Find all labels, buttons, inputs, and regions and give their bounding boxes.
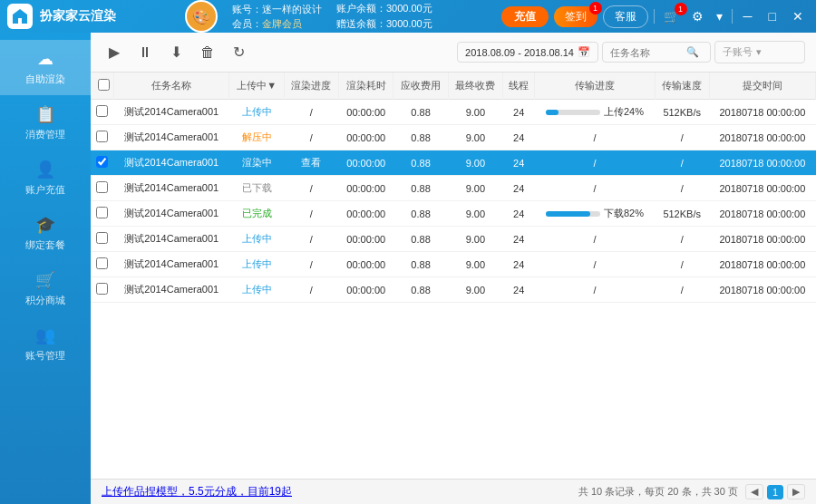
sidebar-item-shop[interactable]: 🛒 积分商城	[0, 261, 91, 316]
upload-progress-bar	[546, 110, 600, 115]
render-progress-cell: 查看	[284, 150, 338, 176]
current-page-button[interactable]: 1	[767, 485, 783, 499]
table-row[interactable]: 测试2014Camera001 渲染中 查看 00:00:00 0.88 9.0…	[91, 150, 816, 176]
upload-status-cell: 上传中	[229, 277, 284, 303]
prev-page-button[interactable]: ◀	[745, 484, 763, 499]
sidebar-item-account-mgmt[interactable]: 👥 账号管理	[0, 316, 91, 372]
render-progress-cell: /	[284, 176, 338, 201]
threads-cell: 24	[503, 252, 535, 277]
close-button[interactable]: ✕	[787, 7, 809, 25]
settings-icon[interactable]: ⚙	[688, 7, 707, 25]
row-checkbox[interactable]	[96, 156, 108, 168]
table-row[interactable]: 测试2014Camera001 上传中 / 00:00:00 0.88 9.00…	[91, 100, 816, 125]
threads-cell: 24	[503, 100, 535, 125]
app-logo	[7, 4, 33, 29]
delete-button[interactable]: 🗑	[193, 41, 222, 64]
select-all-checkbox[interactable]	[98, 79, 110, 91]
row-checkbox[interactable]	[96, 283, 108, 295]
pause-button[interactable]: ⏸	[131, 41, 160, 64]
next-page-button[interactable]: ▶	[787, 484, 805, 499]
maximize-button[interactable]: □	[763, 7, 782, 25]
col-transfer-speed: 传输速度	[655, 73, 709, 100]
final-fee-cell: 9.00	[448, 277, 502, 303]
table-row[interactable]: 测试2014Camera001 上传中 / 00:00:00 0.88 9.00…	[91, 277, 816, 303]
sub-account-select[interactable]: 子账号 ▾	[714, 41, 805, 63]
render-progress-value: /	[310, 107, 313, 118]
upload-status-cell: 上传中	[229, 100, 284, 125]
render-time-cell: 00:00:00	[339, 277, 393, 303]
download-button[interactable]: ⬇	[163, 40, 189, 64]
transfer-progress-cell: /	[535, 277, 655, 303]
fee-cell: 0.88	[393, 227, 448, 252]
avatar: 🎨	[185, 0, 218, 33]
recharge-button[interactable]: 充值	[501, 6, 549, 27]
promo-link[interactable]: 上传作品捏模型，5.5元分成，目前19起	[102, 485, 292, 498]
col-upload-status: 上传中▼	[229, 73, 284, 100]
username: 迷一样的设计	[262, 4, 322, 15]
chevron-down-icon[interactable]: ▾	[713, 7, 726, 25]
final-fee-cell: 9.00	[448, 125, 502, 150]
transfer-speed-cell: /	[655, 125, 709, 150]
cloud-icon: ☁	[37, 49, 53, 69]
render-time-cell: 00:00:00	[339, 252, 393, 277]
fee-cell: 0.88	[393, 176, 448, 201]
row-checkbox[interactable]	[96, 232, 108, 244]
sidebar-item-package[interactable]: 🎓 绑定套餐	[0, 206, 91, 261]
upload-status-cell: 上传中	[229, 227, 284, 252]
signin-badge: 1	[589, 2, 602, 15]
download-progress-label: 下载82%	[604, 207, 644, 220]
task-name-search[interactable]: 🔍	[602, 42, 711, 63]
threads-cell: 24	[503, 201, 535, 227]
statusbar: 上传作品捏模型，5.5元分成，目前19起 共 10 条记录，每页 20 条，共 …	[91, 479, 816, 504]
col-transfer-progress: 传输进度	[535, 73, 655, 100]
sidebar-item-account[interactable]: 👤 账户充值	[0, 150, 91, 206]
render-time-cell: 00:00:00	[339, 227, 393, 252]
table-row[interactable]: 测试2014Camera001 上传中 / 00:00:00 0.88 9.00…	[91, 252, 816, 277]
col-task-name: 任务名称	[114, 73, 229, 100]
threads-cell: 24	[503, 227, 535, 252]
render-progress-link[interactable]: 查看	[301, 157, 321, 168]
minimize-button[interactable]: ─	[738, 7, 758, 25]
dropdown-icon: ▾	[756, 46, 762, 58]
render-progress-cell: /	[284, 227, 338, 252]
title-bar: 扮家家云渲染 🎨 账号：迷一样的设计 会员：金牌会员 账户余额：3000.00元…	[0, 0, 816, 33]
task-name-cell: 测试2014Camera001	[114, 176, 229, 201]
task-table: 任务名称 上传中▼ 渲染进度 渲染耗时 应收费用 最终收费 线程 传输进度 传输…	[91, 73, 816, 303]
member-level: 金牌会员	[262, 18, 302, 29]
sidebar-item-self-render[interactable]: ☁ 自助渲染	[0, 40, 91, 95]
fee-cell: 0.88	[393, 100, 448, 125]
refresh-button[interactable]: ↻	[226, 40, 252, 64]
toolbar: ▶ ⏸ ⬇ 🗑 ↻ 2018.08.09 - 2018.08.14 📅 🔍 子账…	[91, 33, 816, 73]
table-row[interactable]: 测试2014Camera001 已下载 / 00:00:00 0.88 9.00…	[91, 176, 816, 201]
table-row[interactable]: 测试2014Camera001 已完成 / 00:00:00 0.88 9.00…	[91, 201, 816, 227]
upload-status-cell: 渲染中	[229, 150, 284, 176]
service-button[interactable]: 客服	[603, 5, 648, 28]
table-body: 测试2014Camera001 上传中 / 00:00:00 0.88 9.00…	[91, 100, 816, 303]
row-checkbox[interactable]	[96, 257, 108, 269]
render-progress-cell: /	[284, 100, 338, 125]
date-picker[interactable]: 2018.08.09 - 2018.08.14 📅	[457, 42, 598, 63]
task-name-input[interactable]	[610, 47, 683, 58]
account-info: 账户余额：3000.00元 赠送余额：3000.00元	[336, 2, 432, 31]
row-checkbox[interactable]	[96, 207, 108, 218]
render-progress-cell: /	[284, 201, 338, 227]
submit-time-cell: 20180718 00:00:00	[709, 277, 815, 303]
transfer-progress-none: /	[593, 183, 596, 194]
upload-status-cell: 已完成	[229, 201, 284, 227]
user-icon: 👤	[35, 160, 55, 179]
table-row[interactable]: 测试2014Camera001 上传中 / 00:00:00 0.88 9.00…	[91, 227, 816, 252]
row-checkbox[interactable]	[96, 181, 108, 193]
row-checkbox[interactable]	[96, 131, 108, 142]
fee-cell: 0.88	[393, 150, 448, 176]
fee-cell: 0.88	[393, 252, 448, 277]
submit-time-cell: 20180718 00:00:00	[709, 176, 815, 201]
sidebar-label-shop: 积分商城	[25, 294, 65, 307]
row-checkbox[interactable]	[96, 105, 108, 117]
list-icon: 📋	[35, 104, 55, 124]
sidebar-item-consumption[interactable]: 📋 消费管理	[0, 95, 91, 150]
table-row[interactable]: 测试2014Camera001 解压中 / 00:00:00 0.88 9.00…	[91, 125, 816, 150]
shop-icon: 🛒	[35, 270, 55, 290]
play-button[interactable]: ▶	[102, 40, 127, 64]
transfer-speed-cell: 512KB/s	[655, 201, 709, 227]
fee-cell: 0.88	[393, 201, 448, 227]
